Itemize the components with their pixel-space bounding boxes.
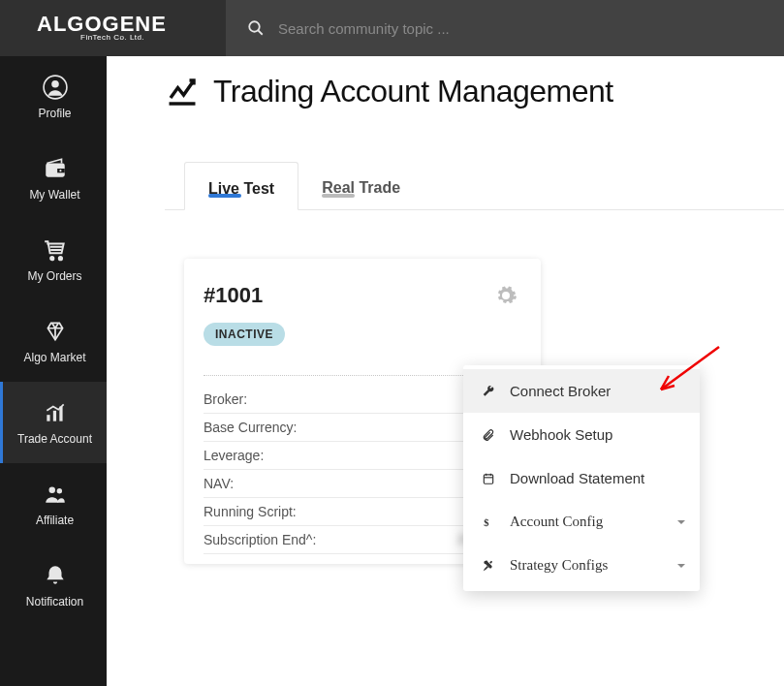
row-label: Leverage: bbox=[204, 448, 264, 463]
svg-point-15 bbox=[56, 488, 61, 493]
sidebar-item-label: My Wallet bbox=[29, 188, 79, 202]
sidebar: Profile My Wallet My Orders Algo Market … bbox=[0, 56, 107, 686]
menu-item-webhook-setup[interactable]: Webhook Setup bbox=[463, 413, 700, 456]
tab-underline bbox=[322, 194, 355, 198]
search-input[interactable] bbox=[278, 20, 569, 37]
calendar-icon bbox=[481, 472, 496, 485]
search-bar[interactable] bbox=[226, 0, 784, 56]
chart-bars-icon bbox=[43, 400, 68, 425]
chart-line-icon bbox=[165, 75, 200, 109]
menu-item-label: Webhook Setup bbox=[510, 426, 612, 443]
diamond-icon bbox=[43, 319, 68, 344]
profile-icon bbox=[43, 75, 68, 100]
sidebar-item-market[interactable]: Algo Market bbox=[0, 300, 107, 382]
bell-icon bbox=[43, 563, 68, 588]
svg-text:$: $ bbox=[484, 516, 488, 527]
menu-item-download-statement[interactable]: Download Statement bbox=[463, 456, 700, 500]
cart-icon bbox=[43, 237, 68, 263]
status-badge: INACTIVE bbox=[204, 323, 285, 346]
menu-item-label: Strategy Configs bbox=[510, 557, 608, 574]
tab-live-test[interactable]: Live Test bbox=[184, 162, 298, 210]
account-menu: Connect Broker Webhook Setup Download St… bbox=[463, 365, 700, 591]
logo-main: ALGOGENE bbox=[37, 15, 226, 34]
page-title: Trading Account Management bbox=[213, 74, 613, 109]
logo[interactable]: ALGOGENE FinTech Co. Ltd. bbox=[0, 15, 226, 43]
menu-item-connect-broker[interactable]: Connect Broker bbox=[463, 369, 700, 413]
sidebar-item-notification[interactable]: Notification bbox=[0, 545, 107, 626]
row-label: Subscription End^: bbox=[204, 532, 316, 547]
menu-item-label: Connect Broker bbox=[510, 383, 611, 399]
top-bar: ALGOGENE FinTech Co. Ltd. bbox=[0, 0, 784, 56]
svg-point-3 bbox=[51, 79, 59, 87]
svg-rect-12 bbox=[52, 410, 55, 421]
gear-button[interactable] bbox=[490, 280, 521, 311]
dollar-icon: $ bbox=[481, 515, 496, 529]
svg-rect-16 bbox=[484, 474, 492, 483]
svg-rect-11 bbox=[47, 415, 49, 421]
row-label: NAV: bbox=[204, 476, 234, 491]
svg-point-14 bbox=[48, 486, 55, 493]
row-label: Broker: bbox=[204, 391, 247, 407]
search-icon bbox=[247, 19, 265, 37]
sidebar-item-profile[interactable]: Profile bbox=[0, 56, 107, 138]
tab-real-trade[interactable]: Real Trade bbox=[298, 162, 423, 209]
sidebar-item-orders[interactable]: My Orders bbox=[0, 219, 107, 300]
tab-underline bbox=[208, 194, 241, 198]
row-label: Running Script: bbox=[204, 504, 297, 519]
sidebar-item-label: Trade Account bbox=[17, 432, 92, 446]
svg-point-7 bbox=[50, 257, 53, 260]
users-icon bbox=[43, 482, 68, 507]
wrench-icon bbox=[481, 385, 496, 398]
svg-line-1 bbox=[258, 30, 263, 35]
menu-item-label: Download Statement bbox=[510, 470, 644, 486]
card-header: #1001 bbox=[204, 280, 521, 311]
sidebar-item-wallet[interactable]: My Wallet bbox=[0, 138, 107, 219]
account-id: #1001 bbox=[204, 283, 263, 308]
page-title-row: Trading Account Management bbox=[165, 74, 784, 109]
svg-point-0 bbox=[249, 21, 260, 32]
menu-item-label: Account Config bbox=[510, 514, 603, 530]
gear-icon bbox=[494, 284, 517, 307]
row-label: Base Currency: bbox=[204, 420, 297, 435]
wallet-icon bbox=[43, 156, 68, 181]
sidebar-item-label: My Orders bbox=[27, 269, 81, 283]
svg-point-8 bbox=[58, 257, 61, 260]
sidebar-item-label: Affiliate bbox=[36, 514, 74, 527]
sidebar-item-label: Notification bbox=[26, 595, 83, 608]
wrenches-icon bbox=[481, 559, 496, 573]
paperclip-icon bbox=[481, 428, 496, 442]
sidebar-item-trade-account[interactable]: Trade Account bbox=[0, 382, 107, 463]
sidebar-item-affiliate[interactable]: Affiliate bbox=[0, 463, 107, 545]
sidebar-item-label: Algo Market bbox=[23, 351, 85, 364]
menu-item-account-config[interactable]: $ Account Config bbox=[463, 500, 700, 544]
svg-point-6 bbox=[59, 170, 61, 172]
chevron-down-icon bbox=[676, 517, 686, 527]
sidebar-item-label: Profile bbox=[38, 107, 71, 120]
menu-item-strategy-configs[interactable]: Strategy Configs bbox=[463, 544, 700, 587]
chevron-down-icon bbox=[676, 561, 686, 571]
tab-bar: Live Test Real Trade bbox=[165, 162, 784, 210]
